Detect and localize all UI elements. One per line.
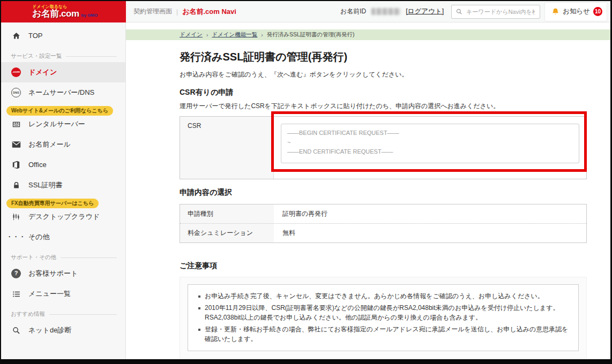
csr-section-description: 運用サーバーで発行したCSRを下記テキストボックスに貼り付けたのち、申請内容の選… (180, 102, 587, 111)
sidebar-item-label: その他 (28, 233, 50, 241)
sidebar-item-customer-support[interactable]: ? お客様サポート (1, 263, 125, 284)
account-id-label: お名前ID (340, 7, 366, 16)
selection-row-label: 料金シュミレーション (180, 224, 274, 242)
account-id-redacted (371, 8, 400, 15)
selection-row-value: 証明書の再発行 (274, 204, 586, 223)
breadcrumb-separator (206, 32, 208, 38)
bell-icon (551, 7, 559, 16)
sidebar-section-services: サービス・設定一覧 (1, 46, 125, 62)
list-item: 登録・更新・移転お手続きの場合、弊社にてお客様指定のメールアドレス宛に承認メール… (198, 325, 569, 344)
sidebar-item-nameserver-dns[interactable]: DNS ネームサーバー/DNS (1, 82, 125, 103)
candlestick-chart-icon (11, 212, 21, 222)
sidebar-item-menu-list[interactable]: メニュー一覧 (1, 284, 125, 304)
home-icon (11, 31, 21, 41)
sidebar-item-label: ネットde診断 (28, 326, 71, 335)
sidebar-item-label: デスクトップクラウド (28, 213, 100, 221)
sidebar-item-label: ネームサーバー/DNS (28, 88, 94, 97)
list-item: 2010年11月29日以降、CSR(証明書署名要求)などの公開鍵の鍵長がRSA2… (198, 304, 569, 322)
page-title: 発行済みSSL証明書の管理(再発行) (180, 50, 587, 64)
logo-brand: お名前.com (32, 9, 79, 19)
sidebar-item-top[interactable]: TOP (1, 26, 125, 46)
sidebar-item-net-de-shindan[interactable]: ネットde診断 (1, 320, 125, 340)
sidebar-item-domain[interactable]: .com ドメイン (1, 62, 125, 82)
sidebar-section-recommend: おすすめ情報 (1, 304, 125, 320)
search-icon (456, 8, 462, 15)
lock-icon (11, 180, 21, 190)
csr-textarea[interactable]: ——BEGIN CERTIFICATE REQUEST—— ~ ——END CE… (281, 124, 579, 163)
list-item: お申込み手続き完了後、キャンセル、変更はできません。あらかじめ各情報をご確認のう… (198, 292, 569, 301)
sidebar-item-ssl[interactable]: SSL証明書 (1, 175, 125, 195)
csr-field-table: CSR ——BEGIN CERTIFICATE REQUEST—— ~ ——EN… (180, 116, 587, 179)
list-icon (11, 289, 21, 299)
sidebar-item-label: お名前メール (28, 140, 71, 149)
notes-section-heading: ご注意事項 (180, 261, 587, 271)
app-name: お名前.com Navi (182, 7, 236, 17)
csr-placeholder-line: ——BEGIN CERTIFICATE REQUEST—— (287, 128, 573, 138)
sidebar-item-others[interactable]: ・・・ その他 (1, 227, 125, 247)
sidebar-section-support: サポート・その他 (1, 247, 125, 263)
fx-server-badge[interactable]: FX自動売買専用サーバーはこちら (6, 199, 99, 208)
office-icon (11, 160, 21, 170)
notes-box: お申込み手続き完了後、キャンセル、変更はできません。あらかじめ各情報をご確認のう… (188, 284, 579, 351)
table-row: 料金シュミレーション 無料 (180, 223, 586, 242)
notice-button[interactable]: お知らせ 10 (544, 2, 607, 21)
sidebar-item-label: ドメイン (28, 68, 57, 77)
sidebar: TOP サービス・設定一覧 .com ドメイン DNS ネームサーバー/DNS … (1, 22, 126, 359)
breadcrumb-link-domain[interactable]: ドメイン (180, 31, 203, 39)
breadcrumb: ドメイン ドメイン機能一覧 発行済みSSL証明書の管理(再発行) (126, 29, 610, 40)
csr-placeholder-line: ——END CERTIFICATE REQUEST—— (287, 147, 573, 157)
lead-text: お申込み内容をご確認のうえ、『次へ進む』ボタンをクリックしてください。 (180, 70, 587, 79)
breadcrumb-separator (261, 32, 263, 38)
header-bar: 契約管理画面 | お名前.com Navi お名前ID [ログアウト] お知らせ… (126, 1, 610, 22)
notice-label: お知らせ (563, 7, 590, 16)
sidebar-item-label: お客様サポート (28, 269, 78, 278)
selection-section-heading: 申請内容の選択 (180, 188, 587, 198)
portal-label: 契約管理画面 (133, 7, 172, 16)
navi-search-input[interactable] (465, 8, 536, 16)
onamae-logo[interactable]: ドメイン取るなら お名前.com by GMO (1, 1, 126, 22)
notes-panel: お申込み手続き完了後、キャンセル、変更はできません。あらかじめ各情報をご確認のう… (180, 277, 587, 359)
csr-field-label: CSR (180, 117, 274, 179)
table-row: 申請種別 証明書の再発行 (180, 204, 586, 223)
csr-section-heading: CSR有りの申請 (180, 88, 587, 97)
selection-row-label: 申請種別 (180, 204, 274, 223)
sidebar-item-label: メニュー一覧 (28, 290, 71, 298)
sidebar-item-onamae-mail[interactable]: お名前メール (1, 134, 125, 155)
mail-icon (11, 140, 21, 149)
notice-count-badge: 10 (593, 7, 602, 16)
logo-suffix: by GMO (81, 13, 98, 18)
selection-table: 申請種別 証明書の再発行 料金シュミレーション 無料 (180, 204, 587, 243)
sidebar-item-office[interactable]: Office (1, 155, 125, 175)
dns-icon: DNS (11, 88, 21, 97)
annotation-box-next (502, 361, 593, 364)
question-icon: ? (11, 269, 21, 278)
breadcrumb-current: 発行済みSSL証明書の管理(再発行) (267, 31, 355, 39)
sidebar-item-label: レンタルサーバー (28, 120, 85, 128)
web-mail-badge[interactable]: Webサイト&メールのご利用ならこちら (6, 106, 113, 116)
header: ドメイン取るなら お名前.com by GMO 契約管理画面 | お名前.com… (1, 1, 610, 22)
navi-search-box (451, 5, 540, 19)
sidebar-item-label: SSL証明書 (28, 181, 63, 189)
more-dots-icon: ・・・ (11, 232, 21, 242)
main-content: ドメイン ドメイン機能一覧 発行済みSSL証明書の管理(再発行) 発行済みSSL… (126, 22, 610, 359)
sidebar-item-rental-server[interactable]: レンタルサーバー (1, 114, 125, 134)
sidebar-item-desktop-cloud[interactable]: デスクトップクラウド (1, 207, 125, 227)
page: ドメイン取るなら お名前.com by GMO 契約管理画面 | お名前.com… (0, 0, 612, 364)
sidebar-item-label: Office (28, 161, 47, 169)
csr-field-cell: ——BEGIN CERTIFICATE REQUEST—— ~ ——END CE… (274, 117, 586, 179)
header-separator: | (176, 8, 178, 16)
csr-placeholder-line: ~ (287, 138, 573, 148)
rental-server-icon (11, 119, 21, 129)
breadcrumb-link-domain-functions[interactable]: ドメイン機能一覧 (212, 31, 257, 39)
selection-row-value: 無料 (274, 224, 586, 242)
sidebar-item-label: TOP (28, 32, 43, 40)
logout-link[interactable]: [ログアウト] (406, 7, 444, 16)
notes-list: お申込み手続き完了後、キャンセル、変更はできません。あらかじめ各情報をご確認のう… (198, 292, 569, 344)
magnifier-icon (11, 325, 21, 335)
domain-icon: .com (11, 67, 21, 77)
